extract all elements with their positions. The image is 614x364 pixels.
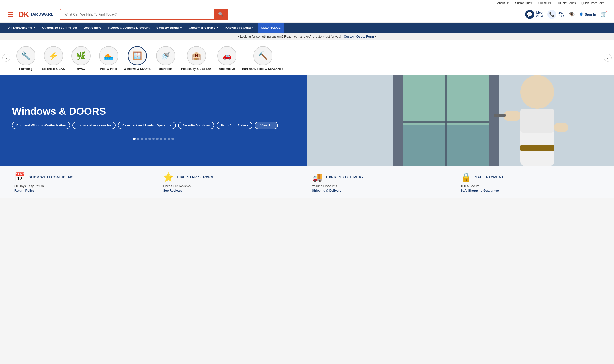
hero-dot-2[interactable] <box>141 138 143 140</box>
cat-icon: 🪟 <box>128 46 147 65</box>
logo-dk: DK <box>18 10 29 19</box>
svg-point-7 <box>520 75 554 109</box>
nav-clearance[interactable]: CLEARANCE <box>258 23 284 33</box>
cat-label: Bathroom <box>159 67 173 71</box>
cat-icon: 🏨 <box>187 46 206 65</box>
feature-item-2: 🚚 EXPRESS DELIVERY Volume Discounts Ship… <box>307 172 456 192</box>
cat-icon: 🏊 <box>99 46 118 65</box>
cat-icon: 🔨 <box>253 46 272 65</box>
custom-quote-link[interactable]: Custom Quote Form <box>344 35 374 38</box>
search-button[interactable]: 🔍 <box>214 9 227 19</box>
hero-dot-5[interactable] <box>152 138 155 140</box>
announcement-bar: • Looking for something custom? Reach ou… <box>0 33 614 40</box>
svg-rect-6 <box>403 121 489 123</box>
cart-icon[interactable]: 🛒 <box>600 11 607 17</box>
hero-view-all-button[interactable]: View All <box>255 122 278 129</box>
category-item-bathroom[interactable]: 🚿 Bathroom <box>152 44 180 73</box>
category-carousel: 🔧 Plumbing ⚡ Electrical & GAS 🌿 HVAC 🏊 P… <box>0 44 614 73</box>
feature-item-0: 📅 SHOP WITH CONFIDENCE 30 Days Easy Retu… <box>10 172 158 192</box>
svg-rect-13 <box>520 145 554 151</box>
feature-desc-3: 100% Secure <box>461 184 479 188</box>
carousel-next-button[interactable]: › <box>604 54 612 62</box>
nav-knowledge-center[interactable]: Knowledge Center <box>222 23 256 33</box>
feature-link-0[interactable]: Return Policy <box>14 189 35 192</box>
hero-dot-7[interactable] <box>160 138 162 140</box>
sign-in-button[interactable]: 👤 Sign In <box>579 13 596 16</box>
logo[interactable]: DK HARDWARE <box>18 10 54 19</box>
cat-label: Hardware, Tools & SEALANTS <box>242 67 283 71</box>
help-button[interactable]: 📞 24/7 Help <box>547 10 564 19</box>
hero-dot-3[interactable] <box>145 138 147 140</box>
nav-customize[interactable]: Customize Your Project <box>39 23 80 33</box>
carousel-prev-button[interactable]: ‹ <box>2 54 10 62</box>
hero-dot-4[interactable] <box>148 138 151 140</box>
nav-customer-service[interactable]: Customer Service ▼ <box>185 23 222 33</box>
svg-rect-9 <box>520 109 554 133</box>
help-label-2: Help <box>558 14 564 17</box>
hero-tag-2[interactable]: Casement and Awning Operators <box>118 122 176 129</box>
submit-quote-link[interactable]: Submit Quote <box>515 1 533 5</box>
live-chat-button[interactable]: 💬 Live Chat <box>525 10 543 19</box>
hero-dot-10[interactable] <box>171 138 174 140</box>
help-icon: 📞 <box>547 10 557 19</box>
dk-net-terms-link[interactable]: DK Net Terms <box>558 1 576 5</box>
hero-tags: Door and Window WeatherizationLocks and … <box>12 122 295 129</box>
hero-dot-9[interactable] <box>168 138 170 140</box>
category-item-automotive[interactable]: 🚗 Automotive <box>213 44 240 73</box>
feature-title-2: EXPRESS DELIVERY <box>326 175 364 179</box>
wishlist-icon[interactable]: 👁️ <box>568 11 575 17</box>
chat-sublabel: Chat <box>536 14 543 18</box>
hero-dot-6[interactable] <box>156 138 159 140</box>
live-chat-label: Live <box>536 11 543 14</box>
feature-link-2[interactable]: Shipping & Delivery <box>312 189 342 192</box>
category-item-electrical-&-gas[interactable]: ⚡ Electrical & GAS <box>40 44 67 73</box>
hero-dot-8[interactable] <box>164 138 166 140</box>
feature-title-3: SAFE PAYMENT <box>475 175 504 179</box>
quick-order-form-link[interactable]: Quick Order Form <box>581 1 604 5</box>
submit-po-link[interactable]: Submit PO <box>538 1 552 5</box>
feature-title-1: FIVE STAR SERVICE <box>177 175 214 179</box>
sign-in-label: Sign In <box>585 13 596 16</box>
help-label-1: 24/7 <box>558 11 564 14</box>
search-input[interactable] <box>60 10 214 19</box>
announcement-suffix: • <box>375 35 376 38</box>
features-bar: 📅 SHOP WITH CONFIDENCE 30 Days Easy Retu… <box>0 166 614 198</box>
feature-icon-3: 🔒 <box>461 172 472 182</box>
cat-label: Plumbing <box>19 67 32 71</box>
hero-dot-0[interactable] <box>133 138 136 140</box>
category-item-windows-&-doors[interactable]: 🪟 Windows & DOORS <box>122 44 152 73</box>
category-item-plumbing[interactable]: 🔧 Plumbing <box>12 44 40 73</box>
nav-volume-discount[interactable]: Request A Volume Discount <box>105 23 153 33</box>
feature-link-3[interactable]: Safe Shopping Guarantee <box>461 189 499 192</box>
category-item-pool-&-patio[interactable]: 🏊 Pool & Patio <box>95 44 122 73</box>
hero-tag-1[interactable]: Locks and Accessories <box>72 122 116 129</box>
about-dk-link[interactable]: About DK <box>497 1 509 5</box>
cat-icon: ⚡ <box>44 46 63 65</box>
feature-icon-row: 🔒 SAFE PAYMENT <box>461 172 504 182</box>
feature-icon-2: 🚚 <box>312 172 323 182</box>
hamburger-button[interactable] <box>7 12 14 17</box>
feature-desc-0: 30 Days Easy Return <box>14 184 44 188</box>
cat-label: Electrical & GAS <box>42 67 65 71</box>
hero-tag-4[interactable]: Patio Door Rollers <box>217 122 252 129</box>
category-item-hospitality-&-display[interactable]: 🏨 Hospitality & DISPLAY <box>180 44 213 73</box>
hero-tag-0[interactable]: Door and Window Weatherization <box>12 122 70 129</box>
user-icon: 👤 <box>579 13 583 16</box>
cat-icon: 🔧 <box>16 46 36 65</box>
nav-all-departments[interactable]: All Departments ▼ <box>5 23 39 33</box>
announcement-text: • Looking for something custom? Reach ou… <box>238 35 341 38</box>
feature-link-1[interactable]: See Reviews <box>163 189 182 192</box>
hero-title: Windows & DOORS <box>12 106 295 117</box>
hero-tag-3[interactable]: Security Solutions <box>178 122 214 129</box>
feature-item-3: 🔒 SAFE PAYMENT 100% Secure Safe Shopping… <box>456 172 604 192</box>
nav-shop-by-brand[interactable]: Shop By Brand ▼ <box>153 23 186 33</box>
category-item-hardware,-tools-&-sealants[interactable]: 🔨 Hardware, Tools & SEALANTS <box>240 44 285 73</box>
category-item-hvac[interactable]: 🌿 HVAC <box>67 44 95 73</box>
hero-dot-1[interactable] <box>137 138 139 140</box>
nav-bar: All Departments ▼ Customize Your Project… <box>0 23 614 33</box>
hero-right <box>307 75 614 166</box>
cat-label: HVAC <box>77 67 85 71</box>
svg-rect-12 <box>494 114 506 117</box>
feature-desc-1: Check Our Reviews <box>163 184 191 188</box>
nav-best-sellers[interactable]: Best Sellers <box>80 23 105 33</box>
